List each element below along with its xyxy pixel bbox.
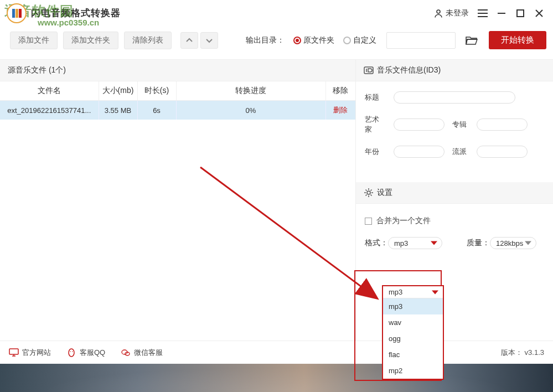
- artist-input[interactable]: [394, 118, 445, 131]
- checkbox-icon: [365, 218, 372, 225]
- table-row[interactable]: ext_201962216153774‪1... 3.55 MB 6s 0% 删…: [0, 101, 355, 120]
- svg-point-8: [72, 351, 73, 352]
- footer-bar: 官方网站 客服QQ 微信客服 版本： v3.1.3: [0, 341, 553, 364]
- app-title: 闪电音频格式转换器: [31, 7, 121, 19]
- minimize-icon: [497, 8, 507, 18]
- id3-header: 音乐文件信息(ID3): [356, 60, 553, 81]
- col-name: 文件名: [0, 81, 99, 101]
- quality-label: 质量：: [467, 238, 490, 248]
- wechat-icon: [121, 348, 131, 358]
- id-card-icon: [364, 65, 374, 75]
- maximize-button[interactable]: [511, 5, 530, 22]
- cell-size: 3.55 MB: [99, 101, 137, 120]
- monitor-icon: [9, 348, 19, 358]
- chevron-up-icon: [185, 37, 193, 44]
- cell-filename: ext_201962216153774‪1...: [0, 101, 99, 120]
- clear-list-button[interactable]: 清除列表: [124, 32, 172, 49]
- cell-delete[interactable]: 删除: [325, 101, 355, 120]
- title-bar: 闪电音频格式转换器 未登录: [0, 0, 553, 27]
- svg-point-4: [367, 191, 370, 194]
- id3-form: 标题 艺术家 专辑 年份 流派: [356, 81, 553, 174]
- bottom-background-image: [0, 364, 553, 392]
- col-progress: 转换进度: [176, 81, 325, 101]
- add-file-button[interactable]: 添加文件: [10, 32, 58, 49]
- wechat-support-link[interactable]: 微信客服: [121, 348, 163, 358]
- file-list-header: 源音乐文件 (1个): [0, 60, 355, 81]
- start-convert-button[interactable]: 开始转换: [489, 31, 546, 49]
- title-input[interactable]: [394, 91, 515, 104]
- svg-point-7: [70, 351, 71, 352]
- cell-progress: 0%: [176, 101, 325, 120]
- format-option[interactable]: wav: [383, 314, 443, 331]
- move-up-button[interactable]: [180, 32, 198, 49]
- format-dropdown-open: mp3 mp3 wav ogg flac mp2: [382, 285, 444, 380]
- format-label: 格式：: [365, 238, 388, 248]
- genre-label: 流派: [452, 147, 469, 157]
- format-row: 格式： mp3 质量： 128kbps: [356, 230, 553, 254]
- radio-custom-folder[interactable]: 自定义: [343, 35, 376, 45]
- format-select[interactable]: mp3: [388, 237, 442, 249]
- svg-point-1: [437, 10, 440, 13]
- hamburger-icon: [477, 9, 488, 18]
- format-option[interactable]: mp2: [383, 363, 443, 379]
- qq-support-link[interactable]: 客服QQ: [66, 348, 105, 358]
- svg-rect-2: [517, 10, 524, 17]
- radio-dot-off-icon: [343, 37, 351, 44]
- format-option[interactable]: flac: [383, 347, 443, 363]
- dropdown-triangle-icon: [432, 290, 438, 294]
- official-site-link[interactable]: 官方网站: [9, 348, 51, 358]
- format-option[interactable]: ogg: [383, 331, 443, 347]
- merge-checkbox-row[interactable]: 合并为一个文件: [356, 204, 553, 230]
- radio-original-folder[interactable]: 原文件夹: [293, 35, 334, 45]
- add-folder-button[interactable]: 添加文件夹: [63, 32, 118, 49]
- album-input[interactable]: [477, 118, 528, 131]
- genre-input[interactable]: [477, 146, 528, 158]
- col-size: 大小(mb): [99, 81, 137, 101]
- chevron-down-icon: [205, 37, 213, 44]
- qq-penguin-icon: [66, 348, 76, 358]
- col-remove: 移除: [325, 81, 355, 101]
- menu-button[interactable]: [473, 5, 492, 22]
- artist-label: 艺术家: [365, 115, 386, 135]
- year-label: 年份: [365, 147, 386, 157]
- browse-folder-button[interactable]: [463, 32, 480, 49]
- quality-select[interactable]: 128kbps: [490, 237, 536, 249]
- output-path-input[interactable]: [386, 32, 456, 49]
- maximize-icon: [516, 9, 525, 18]
- album-label: 专辑: [452, 120, 469, 130]
- close-button[interactable]: [530, 5, 549, 22]
- file-list-panel: 源音乐文件 (1个) 文件名 大小(mb) 时长(s) 转换进度 移除 ext_…: [0, 60, 356, 341]
- close-icon: [535, 9, 544, 18]
- user-icon: [433, 8, 443, 18]
- radio-dot-on-icon: [293, 37, 301, 44]
- gear-icon: [364, 188, 374, 198]
- format-option-list[interactable]: mp3 wav ogg flac mp2: [383, 298, 443, 379]
- login-button[interactable]: 未登录: [433, 8, 469, 18]
- year-input[interactable]: [394, 146, 445, 158]
- title-label: 标题: [365, 92, 386, 102]
- app-logo-icon: [7, 3, 27, 23]
- minimize-button[interactable]: [492, 5, 511, 22]
- version-text: 版本： v3.1.3: [501, 348, 544, 358]
- folder-open-icon: [466, 35, 478, 45]
- col-duration: 时长(s): [137, 81, 176, 101]
- login-text: 未登录: [446, 8, 469, 18]
- file-table: 文件名 大小(mb) 时长(s) 转换进度 移除 ext_20196221615…: [0, 81, 355, 120]
- settings-header: 设置: [356, 182, 553, 204]
- cell-duration: 6s: [137, 101, 176, 120]
- main-area: 源音乐文件 (1个) 文件名 大小(mb) 时长(s) 转换进度 移除 ext_…: [0, 59, 553, 341]
- dropdown-triangle-icon: [431, 241, 437, 245]
- format-dropdown-combo[interactable]: mp3: [383, 286, 443, 298]
- dropdown-triangle-icon: [525, 241, 531, 245]
- format-option[interactable]: mp3: [383, 298, 443, 314]
- toolbar: 添加文件 添加文件夹 清除列表 输出目录： 原文件夹 自定义 开始转换: [0, 27, 553, 59]
- svg-rect-5: [9, 349, 18, 354]
- settings-block: 设置 合并为一个文件 格式： mp3 质量： 128kbps: [356, 182, 553, 254]
- svg-point-6: [69, 349, 74, 357]
- move-down-button[interactable]: [200, 32, 218, 49]
- output-dir-label: 输出目录：: [246, 35, 285, 45]
